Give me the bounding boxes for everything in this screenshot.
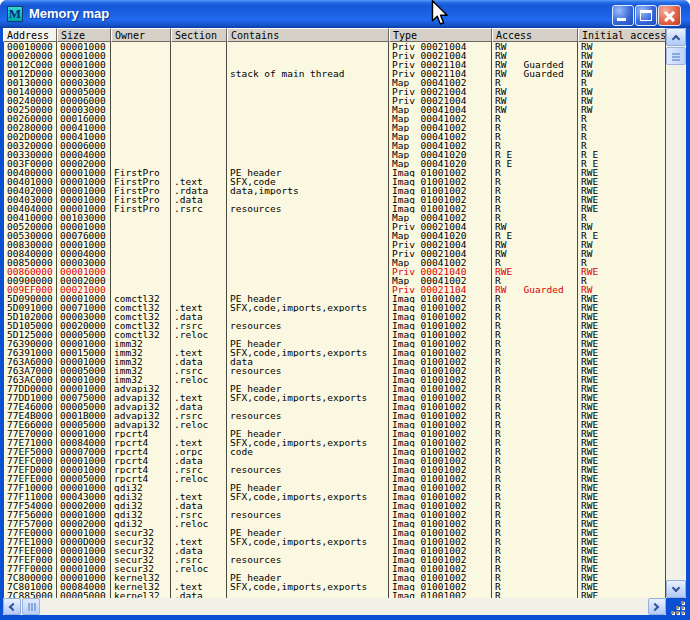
- column-header-owner[interactable]: Owner: [111, 28, 171, 42]
- table-row[interactable]: 77DD000000001000advapi32PE headerImag 01…: [3, 384, 666, 393]
- table-row[interactable]: 763AC00000001000imm32.relocImag 01001002…: [3, 375, 666, 384]
- table-row[interactable]: 77E7100000084000rpcrt4.textSFX,code,impo…: [3, 438, 666, 447]
- table-row[interactable]: 0002000000001000Priv 00021004RWRW: [3, 51, 666, 60]
- table-row[interactable]: 0025000000003000Map 00041004RWRW: [3, 105, 666, 114]
- table-row[interactable]: 77DD100000075000advapi32.textSFX,code,im…: [3, 393, 666, 402]
- close-button[interactable]: [658, 5, 681, 26]
- titlebar[interactable]: M Memory map: [0, 0, 690, 28]
- table-row[interactable]: 7C88500000005000kernel32.dataImag 010010…: [3, 591, 666, 598]
- cell-contains: [227, 591, 389, 598]
- table-row[interactable]: 0053000000076000Map 00041020R ER E: [3, 231, 666, 240]
- table-row[interactable]: 7C80100000084000kernel32.textSFX,code,im…: [3, 582, 666, 591]
- minimize-button[interactable]: [612, 5, 634, 26]
- table-row[interactable]: 5D12500000005000comctl32.relocImag 01001…: [3, 330, 666, 339]
- vertical-scroll-thumb[interactable]: [666, 47, 686, 65]
- table-row[interactable]: 77EFE00000005000rpcrt4.relocImag 0100100…: [3, 474, 666, 483]
- column-header-type[interactable]: Type: [389, 28, 492, 42]
- table-row[interactable]: 0012C00000001000Priv 00021104RW GuardedR…: [3, 60, 666, 69]
- scroll-right-button[interactable]: [648, 598, 666, 615]
- table-row[interactable]: 77FEE00000001000secur32.dataImag 0100100…: [3, 546, 666, 555]
- scroll-down-button[interactable]: [666, 580, 686, 598]
- table-row[interactable]: 7C80000000001000kernel32PE headerImag 01…: [3, 573, 666, 582]
- cell-owner: [111, 240, 171, 249]
- cell-owner: imm32: [111, 375, 171, 384]
- table-row[interactable]: 77F1000000001000gdi32PE headerImag 01001…: [3, 483, 666, 492]
- table-row[interactable]: 0083000000001000Priv 00021004RWRW: [3, 240, 666, 249]
- table-row[interactable]: 0040000000001000FirstProPE headerImag 01…: [3, 168, 666, 177]
- table-row[interactable]: 77E4600000005000advapi32.dataImag 010010…: [3, 402, 666, 411]
- table-row[interactable]: 77E7000000001000rpcrt4PE headerImag 0100…: [3, 429, 666, 438]
- horizontal-scrollbar[interactable]: [3, 598, 666, 615]
- table-row[interactable]: 77EFD00000001000rpcrt4.rsrcresourcesImag…: [3, 465, 666, 474]
- table-row[interactable]: 77E6600000005000advapi32.relocImag 01001…: [3, 420, 666, 429]
- column-header-address[interactable]: Address: [3, 28, 57, 42]
- cell-size: 00001000: [57, 51, 111, 60]
- cell-access: R: [492, 123, 578, 132]
- resize-grip[interactable]: [668, 600, 686, 615]
- table-row[interactable]: 763A700000005000imm32.rsrcresourcesImag …: [3, 366, 666, 375]
- table-row[interactable]: 5D09100000071000comctl32.textSFX,code,im…: [3, 303, 666, 312]
- table-row[interactable]: 0052000000001000Priv 00021004RWRW: [3, 222, 666, 231]
- table-row[interactable]: 0032000000006000Map 00041002RR: [3, 141, 666, 150]
- table-row[interactable]: 77FE10000000D000secur32.textSFX,code,imp…: [3, 537, 666, 546]
- table-row[interactable]: 0084000000004000Priv 00021004RWRW: [3, 249, 666, 258]
- table-row[interactable]: 0040300000001000FirstPro.dataImag 010010…: [3, 195, 666, 204]
- table-row[interactable]: 0013000000003000Map 00041002RR: [3, 78, 666, 87]
- table-row[interactable]: 77FE000000001000secur32PE headerImag 010…: [3, 528, 666, 537]
- column-header-size[interactable]: Size: [57, 28, 111, 42]
- table-row[interactable]: 7639000000001000imm32PE headerImag 01001…: [3, 339, 666, 348]
- table-row[interactable]: 0086000000001000Priv 00021040RWERWE: [3, 267, 666, 276]
- table-row[interactable]: 0033000000004000Map 00041020R ER E: [3, 150, 666, 159]
- table-row[interactable]: 763A600000001000imm32.datadataImag 01001…: [3, 357, 666, 366]
- cell-contains: resources: [227, 321, 389, 330]
- table-row[interactable]: 77F5700000002000gdi32.relocImag 01001002…: [3, 519, 666, 528]
- cell-access: R: [492, 276, 578, 285]
- table-row[interactable]: 77F5400000002000gdi32.dataImag 01001002R…: [3, 501, 666, 510]
- cell-address: 00403000: [3, 195, 57, 204]
- cell-owner: [111, 258, 171, 267]
- cell-address: 77E4B000: [3, 411, 57, 420]
- table-row[interactable]: 003F000000002000Map 00041020R ER E: [3, 159, 666, 168]
- table-row[interactable]: 5D10200000003000comctl32.dataImag 010010…: [3, 312, 666, 321]
- table-row[interactable]: 77EF500000007000rpcrt4.orpccodeImag 0100…: [3, 447, 666, 456]
- table-row[interactable]: 77F1100000043000gdi32.textSFX,code,impor…: [3, 492, 666, 501]
- vertical-scrollbar[interactable]: [666, 28, 686, 598]
- table-row[interactable]: 0014000000005000Priv 00021004RWRW: [3, 87, 666, 96]
- column-header-section[interactable]: Section: [171, 28, 227, 42]
- column-header-access[interactable]: Access: [492, 28, 578, 42]
- table-row[interactable]: 0024000000006000Priv 00021004RWRW: [3, 96, 666, 105]
- table-row[interactable]: 0012D00000003000stack of main threadPriv…: [3, 69, 666, 78]
- cell-size: 00001000: [57, 456, 111, 465]
- app-icon[interactable]: M: [7, 6, 23, 22]
- table-row[interactable]: 77F5600000001000gdi32.rsrcresourcesImag …: [3, 510, 666, 519]
- cell-contains: SFX,code,imports,exports: [227, 348, 389, 357]
- table-row[interactable]: 5D10500000020000comctl32.rsrcresourcesIm…: [3, 321, 666, 330]
- horizontal-scroll-thumb[interactable]: [22, 598, 40, 615]
- table-row[interactable]: 77FF000000001000secur32.relocImag 010010…: [3, 564, 666, 573]
- column-header-contains[interactable]: Contains: [227, 28, 389, 42]
- table-row[interactable]: 0040100000001000FirstPro.textSFX,codeIma…: [3, 177, 666, 186]
- table-row[interactable]: 0090000000002000Map 00041002RR: [3, 276, 666, 285]
- table-row[interactable]: 77EFC00000001000rpcrt4.dataImag 01001002…: [3, 456, 666, 465]
- maximize-button[interactable]: [635, 5, 657, 26]
- cell-access: R: [492, 141, 578, 150]
- table-row[interactable]: 002D000000041000Map 00041002RR: [3, 132, 666, 141]
- cell-owner: comctl32: [111, 330, 171, 339]
- table-row[interactable]: 0085000000003000Map 00041002RR: [3, 258, 666, 267]
- scroll-left-button[interactable]: [3, 598, 21, 615]
- table-row[interactable]: 0028000000041000Map 00041002RR: [3, 123, 666, 132]
- table-row[interactable]: 77E4B0000001B000advapi32.rsrcresourcesIm…: [3, 411, 666, 420]
- table-row[interactable]: 0040200000001000FirstPro.rdatadata,impor…: [3, 186, 666, 195]
- table-row[interactable]: 0041000000103000Map 00041002RR: [3, 213, 666, 222]
- table-row[interactable]: 5D09000000001000comctl32PE headerImag 01…: [3, 294, 666, 303]
- table-row[interactable]: 0040400000001000FirstPro.rsrcresourcesIm…: [3, 204, 666, 213]
- cell-initial-access: RW: [578, 285, 666, 294]
- table-row[interactable]: 77FEF00000001000secur32.rsrcresourcesIma…: [3, 555, 666, 564]
- table-row[interactable]: 0001000000001000Priv 00021004RWRW: [3, 42, 666, 51]
- column-header-initial-access[interactable]: Initial access: [578, 28, 666, 42]
- table-row[interactable]: 009EF00000021000Priv 00021104RW GuardedR…: [3, 285, 666, 294]
- table-row[interactable]: 0026000000016000Map 00041002RR: [3, 114, 666, 123]
- cell-access: RW Guarded: [492, 69, 578, 78]
- scroll-up-button[interactable]: [666, 28, 686, 46]
- table-row[interactable]: 7639100000015000imm32.textSFX,code,impor…: [3, 348, 666, 357]
